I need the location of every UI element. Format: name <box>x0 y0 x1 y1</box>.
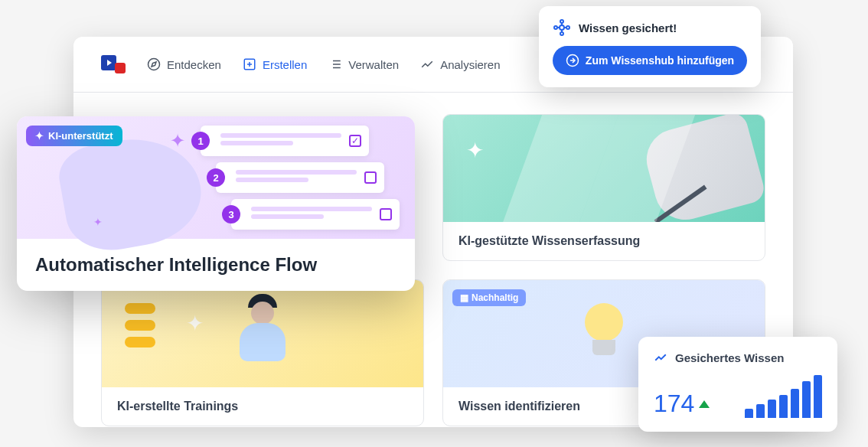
checkbox-icon <box>349 135 361 147</box>
robot-hand-icon <box>640 115 765 222</box>
person-icon <box>240 294 286 361</box>
trending-icon <box>654 351 667 364</box>
svg-point-14 <box>554 26 557 29</box>
step-number: 2 <box>207 168 225 187</box>
chart-bar <box>802 381 811 418</box>
nav-label: Verwalten <box>348 58 399 71</box>
stats-body: 174 <box>654 375 822 418</box>
sparkle-icon: ✦ <box>35 130 44 142</box>
chart-bar <box>768 400 776 418</box>
chart-bar <box>779 395 788 418</box>
chart-bar <box>745 409 753 418</box>
card-title: KI-erstellte Trainings <box>102 387 423 426</box>
nav-label: Analysieren <box>440 58 500 71</box>
stats-title: Gesichertes Wissen <box>675 351 784 364</box>
nav-discover[interactable]: Entdecken <box>147 57 221 71</box>
svg-point-15 <box>566 26 569 29</box>
stats-card: Gesichertes Wissen 174 <box>638 337 837 432</box>
sparkle-icon: ✦ <box>170 130 185 152</box>
card-knowledge-capture[interactable]: ✦ KI-gestützte Wissenserfassung <box>442 114 765 261</box>
svg-point-11 <box>560 25 564 30</box>
svg-point-0 <box>148 59 160 70</box>
step-number: 1 <box>191 132 210 150</box>
sparkle-icon: ✦ <box>93 216 103 228</box>
chart-bar <box>791 389 799 418</box>
nav-analyze[interactable]: Analysieren <box>420 57 500 71</box>
card-trainings[interactable]: ✦ KI-erstellte Trainings <box>101 279 424 426</box>
stats-number: 174 <box>654 390 694 418</box>
notification-popup: Wissen gesichert! Zum Wissenshub hinzufü… <box>539 6 761 87</box>
book-icon: ▦ <box>460 292 468 303</box>
chart-bar <box>756 404 765 418</box>
nav-label: Erstellen <box>263 58 307 71</box>
card-title: KI-gestützte Wissenserfassung <box>443 222 765 260</box>
checkbox-icon <box>380 208 392 220</box>
nav-label: Entdecken <box>167 58 221 71</box>
trend-up-icon <box>699 400 710 408</box>
feature-card-auto-flow[interactable]: ✦ KI-unterstützt ✦ ✦ 1 2 3 Automatischer… <box>17 116 415 291</box>
sparkle-icon: ✦ <box>466 138 484 163</box>
bar-chart <box>745 375 822 418</box>
stats-header: Gesichertes Wissen <box>654 351 822 364</box>
step-card: 3 <box>231 199 400 230</box>
card-illustration: ✦ <box>102 280 423 387</box>
lightbulb-icon <box>581 303 627 364</box>
step-card: 2 <box>216 162 384 193</box>
plus-square-icon <box>243 57 256 71</box>
checkbox-icon <box>364 171 377 184</box>
badge-label: Nachhaltig <box>472 292 518 303</box>
blocks-icon <box>125 303 155 354</box>
svg-point-12 <box>560 20 563 23</box>
nav-create[interactable]: Erstellen <box>243 57 307 71</box>
list-icon <box>328 57 342 71</box>
notification-title: Wissen gesichert! <box>579 21 677 34</box>
step-card: 1 <box>201 126 369 156</box>
arrow-right-circle-icon <box>566 54 579 67</box>
stats-value: 174 <box>654 390 710 418</box>
step-cards: 1 2 3 <box>201 126 400 236</box>
step-number: 3 <box>222 205 240 224</box>
sparkle-icon: ✦ <box>186 311 204 336</box>
notification-header: Wissen gesichert! <box>553 18 747 37</box>
feature-illustration: ✦ KI-unterstützt ✦ ✦ 1 2 3 <box>17 116 415 239</box>
compass-icon <box>147 57 161 71</box>
logo[interactable] <box>101 55 126 73</box>
trending-icon <box>420 57 434 71</box>
sustainable-badge: ▦ Nachhaltig <box>452 289 526 306</box>
add-to-hub-button[interactable]: Zum Wissenshub hinzufügen <box>553 46 747 75</box>
ai-badge: ✦ KI-unterstützt <box>26 126 122 146</box>
button-label: Zum Wissenshub hinzufügen <box>586 54 734 67</box>
feature-title: Automatischer Intelligence Flow <box>17 239 415 291</box>
network-icon <box>553 18 571 37</box>
nav-manage[interactable]: Verwalten <box>328 57 399 71</box>
badge-label: KI-unterstützt <box>48 130 113 142</box>
card-illustration: ✦ <box>443 115 765 222</box>
chart-bar <box>814 375 822 418</box>
svg-marker-1 <box>152 62 156 67</box>
svg-point-13 <box>560 32 563 35</box>
